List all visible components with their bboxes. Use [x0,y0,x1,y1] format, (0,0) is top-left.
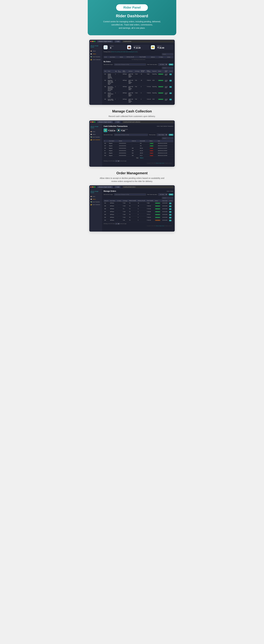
order-footer-link[interactable]: eRestro Single Vendor [156,226,164,226]
col-oid2: O.ID [104,70,107,73]
status-badge: Delivered [155,214,160,215]
order-action-button[interactable]: ⋮ [169,208,172,210]
order-filter-button[interactable]: Filter [169,194,173,196]
order-action-button[interactable]: ⋮ [169,217,172,218]
cash-transactions-table: # User Name Mobile Order Id Amount(₹) St… [104,140,173,159]
order-action-button[interactable]: ⋮ [169,202,172,204]
order-action-button[interactable]: ⋮ [169,211,172,213]
cash-date-input[interactable] [114,134,148,136]
cash-icon: 💰 [90,59,92,60]
chrome-max-dot2 [94,122,95,122]
cash-sidebar-fund[interactable]: 💸 Fund Transfers [89,136,102,138]
col-order-id: Order ID [104,200,109,202]
order-chrome-new-tab[interactable]: + tab [115,186,120,188]
table-row: 308 Firecracker Spicy Burger, Scorching … [104,86,173,92]
sidebar-item-cash-collection[interactable]: 💰 Cash Collection [89,58,102,61]
cash-footer-link[interactable]: eRestro Single Vendor [156,163,164,164]
table-row: 305 WRTeam - ₹ 100 ₹ 0 0 ₹ 571.9 Deliver… [104,214,173,216]
orders-search-input[interactable] [162,67,173,69]
badge-text: Rider Panel [123,6,140,9]
chrome-tab[interactable]: eRestro Single Vendor [97,40,113,42]
cash-collected-stat: 📋 Cash Collected ₹ 250 [117,129,128,132]
order-action-button[interactable]: ⋮ [169,214,172,216]
order-per-page-select[interactable]: 10 [115,223,120,224]
order-action-button[interactable]: ⋮ [169,220,172,221]
col-mobile: Mobile [119,56,126,58]
table-row: 307 WRTeam - ₹ 100 ₹ 0 0 ₹ 430.84 Delive… [104,210,173,214]
view-action-button[interactable]: ⋮ [170,86,172,88]
col-cash-amount: Amount(₹) [139,140,149,142]
chrome-new-tab[interactable]: + tab [115,40,120,42]
cash-collection-screenshot: eRestro Single Vendor + tab localhost/ri… [89,120,175,167]
pending-search-input[interactable] [162,53,173,55]
status-filter-label: Filter Orders By status [147,64,157,65]
cash-per-page-select[interactable]: 10 [115,160,120,162]
cash-status-select[interactable]: Select Status [157,134,168,136]
cash-in-hand-icon: 💵 [104,128,107,132]
status-badge: Added [150,143,154,144]
orders-icon: 📋 [90,53,92,54]
balance-stat-label: Balance [158,46,172,47]
order-status-select[interactable]: All Orders [158,193,168,196]
order-sidebar-orders[interactable]: 📋 Orders [89,198,102,200]
col-cash-order: Order Id [131,140,139,142]
cash-sidebar-home[interactable]: 🏠 Home [89,130,102,133]
view-action-button[interactable]: ⋮ [170,99,172,100]
table-row: 310 Nutella Stuffed Donuts, Caramel Appl… [104,73,173,79]
cash-chrome-url[interactable]: localhost/rider/cash-collection [122,121,174,123]
order-action-button[interactable]: ⋮ [169,206,172,207]
col-notes: O. Notes [158,56,166,58]
cash-filter-button[interactable]: Filter [169,134,173,136]
app-chrome: eRestro Single Vendor + tab localhost/ri… [89,40,175,105]
order-chrome-tab[interactable]: eRestro Single Vendor [97,186,113,188]
order-date-input[interactable] [114,194,146,196]
status-filter-select[interactable]: All Orders [158,63,168,66]
cash-chrome-new-tab[interactable]: + tab [115,121,120,123]
cash-sidebar-orders[interactable]: 📋 Orders [89,133,102,136]
filter-button[interactable]: Filter [169,64,173,66]
col-action2: Action [169,70,173,73]
order-sidebar-fund[interactable]: 💸 Fund Transfers [89,200,102,203]
refresh-link[interactable]: Refresh the pending order table before a… [111,51,138,52]
hero-description: Control centre for managing orders, incl… [90,20,174,30]
status-badge: Failed [150,152,154,154]
app-layout: eRestro Single Vendor 🏠 Home 📋 Orders 💸 … [89,43,175,105]
order-sidebar: eRestro Single Vendor 🏠 Home 📋 Orders 💸 … [89,189,102,232]
stats-row: 🛒 Orders 8 💼 Commission ₹ 10.00 💳 Balanc… [104,44,173,50]
balance-stat-card: Balance ₹ 30.00 [156,44,173,50]
view-action-button[interactable]: ⋮ [170,80,172,82]
order-sidebar-home[interactable]: 🏠 Home [89,195,102,198]
order-chrome-url[interactable]: localhost/rider/orders [122,186,174,188]
chrome-close-dot2 [90,122,92,122]
col-cash-date: Date [157,140,173,142]
chrome-url-bar[interactable]: localhost/rider [122,40,174,42]
commission-stat-card: Commission ₹ 10.00 [132,44,150,50]
status-badge: Delivered [155,202,160,204]
order-section-title: Order Management [88,171,176,175]
cash-sidebar-brand: eRestro Single Vendor [89,125,102,130]
sidebar-item-fund-transfers[interactable]: 💸 Fund Transfers [89,55,102,58]
view-action-button[interactable]: ⋮ [170,92,172,94]
order-page-header: Manage Orders Home / Orders [104,190,173,192]
cash-total-value: ₹3026.4 [139,157,149,159]
table-row: Total ₹3026.4 [104,157,173,159]
cash-sidebar-cash[interactable]: 💰 Cash Collection [89,138,102,141]
sidebar-item-orders[interactable]: 📋 Orders [89,52,102,55]
table-row: 309 WRTeam - ₹ 100 ₹ 0 40 ₹ 902.64 Deliv… [104,205,173,208]
cash-in-hand-stat: 💵 Cash in Hand ₹ 2526.40 [104,128,115,132]
order-search-input[interactable] [162,197,173,199]
col-dcharge: D.Charge [134,70,140,73]
order-date-label: Date and time range: [104,194,113,195]
cash-search-input[interactable] [162,137,173,139]
cash-pagination-info: Showing 1 to 6 of 6 rows 10 rows per pag… [104,160,173,162]
col-status: Status [158,70,164,73]
cash-chrome-tab[interactable]: eRestro Single Vendor [97,121,113,123]
my-orders-table: O.ID Food Qty O. Notes User Name Address… [104,70,173,104]
view-action-button[interactable]: ⋮ [170,74,172,75]
table-row: 53 Mayank XXXXXXXXX21 306 321.84 Failed … [104,150,173,152]
date-range-input[interactable] [114,64,146,66]
order-sidebar-cash[interactable]: 💰 Cash Collection [89,203,102,206]
sidebar-item-home[interactable]: 🏠 Home [89,50,102,52]
order-section-description: Allow riders to accept or decline pendin… [88,176,176,183]
no-data-cell: no matching records found [104,58,173,61]
